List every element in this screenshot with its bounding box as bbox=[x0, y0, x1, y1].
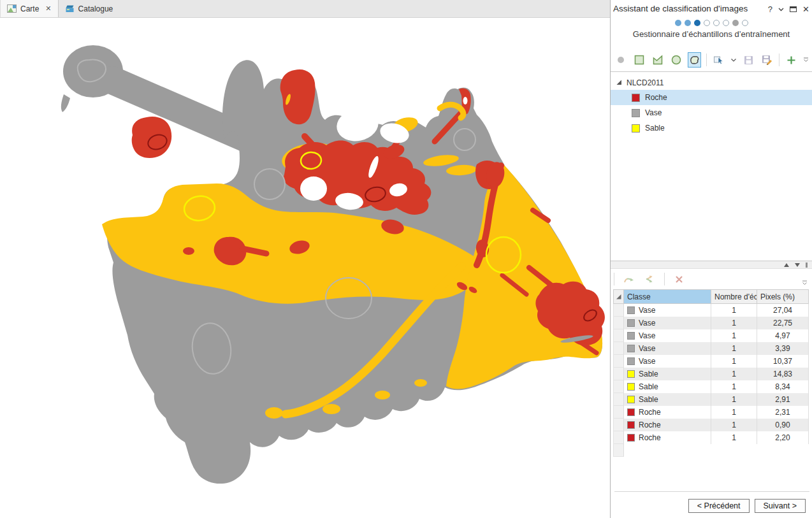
point-tool-button[interactable] bbox=[614, 52, 628, 68]
row-selector-cell[interactable] bbox=[613, 431, 624, 444]
footer-divider bbox=[614, 491, 809, 492]
split-samples-button[interactable] bbox=[642, 271, 658, 287]
row-selector-cell[interactable] bbox=[613, 355, 624, 368]
select-dropdown-chevron-icon[interactable] bbox=[730, 52, 737, 68]
catalogue-tab-icon bbox=[65, 4, 75, 13]
sample-color-swatch bbox=[627, 396, 635, 403]
sample-color-swatch bbox=[627, 434, 635, 442]
row-selector-cell[interactable] bbox=[613, 342, 624, 355]
sample-class-label: Roche bbox=[639, 421, 661, 429]
table-header-row: Classe Nombre d'échantillons Pixels (%) bbox=[613, 289, 809, 304]
select-all-corner-cell[interactable] bbox=[613, 289, 624, 304]
class-item-sable[interactable]: Sable bbox=[611, 120, 812, 136]
sample-table-row[interactable]: Vase110,37 bbox=[613, 355, 809, 368]
row-selector-cell[interactable] bbox=[613, 317, 624, 329]
cell-count: 1 bbox=[711, 368, 757, 380]
previous-button[interactable]: < Précédent bbox=[688, 499, 750, 513]
polygon-tool-button[interactable] bbox=[651, 52, 665, 68]
expand-up-icon[interactable] bbox=[784, 263, 789, 267]
samples-table-toolbar bbox=[614, 270, 809, 289]
section-splitter[interactable] bbox=[611, 261, 812, 269]
sample-draw-toolbar bbox=[614, 51, 809, 69]
map-tab-icon bbox=[7, 4, 17, 13]
merge-samples-button[interactable] bbox=[621, 271, 636, 287]
expand-collapse-icon[interactable] bbox=[616, 80, 622, 85]
class-item-roche[interactable]: Roche bbox=[611, 90, 812, 105]
wizard-step-dot-current bbox=[694, 20, 700, 26]
select-sample-button[interactable] bbox=[712, 52, 725, 68]
cell-classe: Sable bbox=[624, 368, 711, 380]
row-selector-cell[interactable] bbox=[613, 329, 624, 342]
tab-carte[interactable]: Carte ✕ bbox=[0, 0, 59, 17]
circle-tool-button[interactable] bbox=[669, 52, 683, 68]
column-header-count[interactable]: Nombre d'échantillons bbox=[711, 289, 757, 304]
freehand-tool-button[interactable] bbox=[688, 52, 701, 68]
save-samples-button[interactable] bbox=[742, 52, 755, 68]
sample-color-swatch bbox=[627, 332, 635, 340]
save-samples-as-button[interactable] bbox=[760, 52, 774, 68]
class-list: RocheVaseSable bbox=[611, 90, 812, 136]
view-tab-bar: Carte ✕ Catalogue bbox=[0, 0, 610, 18]
sample-table-row[interactable]: Vase127,04 bbox=[613, 304, 809, 317]
row-selector-cell[interactable] bbox=[613, 393, 624, 406]
cell-classe: Vase bbox=[624, 304, 711, 317]
row-selector-cell[interactable] bbox=[613, 406, 624, 419]
sample-table-row[interactable]: Roche12,31 bbox=[613, 406, 809, 419]
cell-count: 1 bbox=[711, 431, 757, 444]
classification-wizard-panel: Assistant de classification d'images ? ✕… bbox=[610, 0, 812, 518]
delete-sample-button[interactable] bbox=[671, 271, 686, 287]
cell-pixels: 27,04 bbox=[757, 304, 809, 317]
toolbar-separator bbox=[664, 273, 665, 285]
table-toolbar-overflow-icon[interactable] bbox=[802, 280, 808, 285]
splitter-drag-handle[interactable] bbox=[806, 263, 808, 268]
sample-color-swatch bbox=[627, 345, 635, 352]
expand-down-icon[interactable] bbox=[795, 263, 800, 267]
cell-classe: Vase bbox=[624, 355, 711, 368]
chevron-down-icon[interactable] bbox=[778, 8, 784, 11]
classified-raster-map bbox=[0, 18, 610, 518]
row-selector-cell[interactable] bbox=[613, 419, 624, 431]
toolbar-overflow-icon[interactable] bbox=[803, 52, 809, 68]
sample-table-row[interactable]: Roche12,20 bbox=[613, 431, 809, 444]
column-header-classe[interactable]: Classe bbox=[624, 289, 711, 304]
sample-table-row[interactable]: Vase122,75 bbox=[613, 317, 809, 329]
cell-count: 1 bbox=[711, 317, 757, 329]
wizard-step-dot-done bbox=[685, 20, 691, 26]
next-button[interactable]: Suivant > bbox=[755, 499, 806, 513]
close-pane-icon[interactable]: ✕ bbox=[802, 4, 809, 14]
row-selector-cell[interactable] bbox=[613, 368, 624, 380]
sample-table-row[interactable]: Roche10,90 bbox=[613, 419, 809, 431]
cell-classe: Vase bbox=[624, 329, 711, 342]
column-header-pixels[interactable]: Pixels (%) bbox=[757, 289, 809, 304]
close-tab-icon[interactable]: ✕ bbox=[45, 4, 51, 13]
cell-classe: Roche bbox=[624, 406, 711, 419]
sample-class-label: Vase bbox=[639, 357, 655, 366]
dock-pane-icon[interactable] bbox=[790, 6, 797, 12]
sample-table-row[interactable]: Sable12,91 bbox=[613, 393, 809, 406]
cell-pixels: 10,37 bbox=[757, 355, 809, 368]
row-selector-cell[interactable] bbox=[613, 380, 624, 393]
toolbar-separator bbox=[779, 54, 779, 66]
sample-color-swatch bbox=[627, 421, 635, 429]
cell-classe: Sable bbox=[624, 380, 711, 393]
class-item-vase[interactable]: Vase bbox=[611, 105, 812, 120]
sample-table-row[interactable]: Sable18,34 bbox=[613, 380, 809, 393]
sample-table-row[interactable]: Vase14,97 bbox=[613, 329, 809, 342]
map-view[interactable] bbox=[0, 18, 610, 518]
row-selector-cell[interactable] bbox=[613, 304, 624, 317]
sample-class-label: Vase bbox=[639, 344, 655, 353]
cell-pixels: 14,83 bbox=[757, 368, 809, 380]
sample-table-row[interactable]: Sable114,83 bbox=[613, 368, 809, 380]
class-scheme-tree: NLCD2011 RocheVaseSable bbox=[611, 71, 812, 261]
cell-count: 1 bbox=[711, 355, 757, 368]
add-class-button[interactable] bbox=[785, 52, 798, 68]
rectangle-tool-button[interactable] bbox=[633, 52, 646, 68]
scheme-root-node[interactable]: NLCD2011 bbox=[611, 75, 812, 90]
class-item-label: Roche bbox=[645, 93, 667, 102]
sample-class-label: Vase bbox=[639, 319, 655, 327]
cell-count: 1 bbox=[711, 419, 757, 431]
sample-table-row[interactable]: Vase13,39 bbox=[613, 342, 809, 355]
tab-catalogue[interactable]: Catalogue bbox=[59, 0, 120, 17]
help-icon[interactable]: ? bbox=[768, 4, 772, 14]
tab-label: Catalogue bbox=[78, 4, 113, 13]
